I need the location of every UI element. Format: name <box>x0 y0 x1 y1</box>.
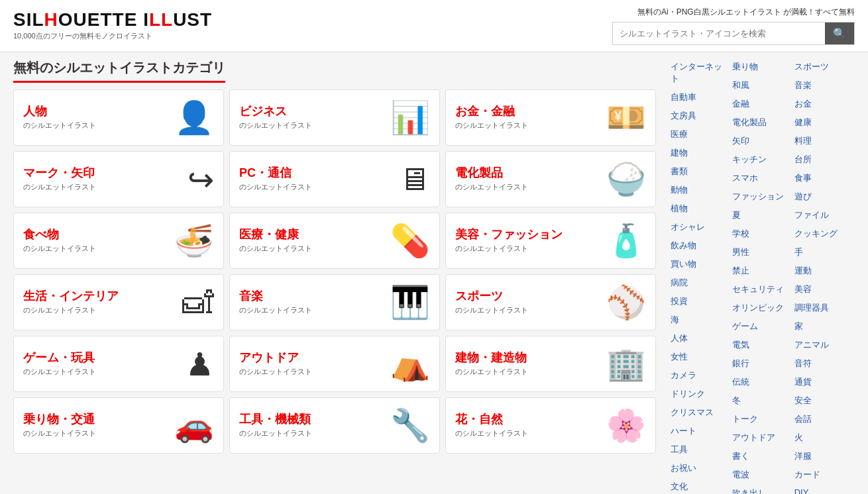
sidebar-link[interactable]: 電波 <box>731 467 792 483</box>
sidebar-link[interactable]: ドリンク <box>669 386 731 402</box>
sidebar-link[interactable]: 動物 <box>669 182 731 198</box>
sidebar-link[interactable]: 音楽 <box>793 77 855 93</box>
category-item[interactable]: ビジネス のシルエットイラスト 📊 <box>229 89 440 146</box>
sidebar-link[interactable]: カメラ <box>669 368 731 383</box>
sidebar-link[interactable]: DIY <box>793 485 855 494</box>
sidebar-link[interactable]: 洋服 <box>793 448 855 464</box>
sidebar-link[interactable]: アウトドア <box>731 430 792 446</box>
sidebar-link[interactable]: オリンピック <box>731 300 792 316</box>
sidebar-link[interactable]: 和風 <box>731 77 792 93</box>
sidebar-link[interactable]: 男性 <box>731 244 792 260</box>
sidebar-link[interactable]: 書く <box>731 448 792 464</box>
category-grid: 人物 のシルエットイラスト 👤 ビジネス のシルエットイラスト 📊 お金・金融 … <box>13 89 656 454</box>
sidebar-link[interactable]: 病院 <box>669 275 731 291</box>
sidebar-link[interactable]: 安全 <box>793 393 855 409</box>
logo-title[interactable]: SILHOUETTE ILLUST <box>13 11 212 29</box>
sidebar-link[interactable]: 家 <box>793 319 855 334</box>
sidebar-link[interactable]: アニマル <box>793 337 855 353</box>
category-item[interactable]: 食べ物 のシルエットイラスト 🍜 <box>13 213 224 269</box>
category-item[interactable]: スポーツ のシルエットイラスト ⚾ <box>445 274 656 330</box>
sidebar-link[interactable]: スマホ <box>731 170 792 186</box>
sidebar-link[interactable]: 冬 <box>731 393 792 409</box>
category-item[interactable]: マーク・矢印 のシルエットイラスト ↪ <box>13 151 224 207</box>
category-item[interactable]: 電化製品 のシルエットイラスト 🍚 <box>445 151 656 207</box>
cat-item-text: 食べ物 のシルエットイラスト <box>23 228 96 254</box>
search-bar: 🔍 <box>612 22 855 45</box>
search-input[interactable] <box>613 24 825 43</box>
sidebar-link[interactable]: ファッション <box>731 189 792 205</box>
category-item[interactable]: 建物・建造物 のシルエットイラスト 🏢 <box>445 336 656 392</box>
sidebar-link[interactable]: 電気 <box>731 337 792 353</box>
sidebar-link[interactable]: クッキング <box>793 226 855 242</box>
sidebar-link[interactable]: 乗り物 <box>731 59 792 75</box>
sidebar-link[interactable]: 美容 <box>793 281 855 297</box>
category-item[interactable]: 人物 のシルエットイラスト 👤 <box>13 89 224 146</box>
sidebar-link[interactable]: 学校 <box>731 226 792 242</box>
sidebar-link[interactable]: インターネット <box>669 59 731 87</box>
cat-item-text: ゲーム・玩具 のシルエットイラスト <box>23 351 96 377</box>
category-item[interactable]: 乗り物・交通 のシルエットイラスト 🚗 <box>13 397 224 454</box>
sidebar-link[interactable]: 文房具 <box>669 108 731 124</box>
sidebar-link[interactable]: お金 <box>793 96 855 112</box>
sidebar-link[interactable]: 火 <box>793 430 855 446</box>
sidebar-link[interactable]: 投資 <box>669 293 731 309</box>
sidebar-link[interactable]: キッチン <box>731 152 792 168</box>
category-item[interactable]: 工具・機械類 のシルエットイラスト 🔧 <box>229 397 440 454</box>
search-button[interactable]: 🔍 <box>825 23 854 44</box>
category-item[interactable]: 生活・インテリア のシルエットイラスト 🛋 <box>13 274 224 330</box>
sidebar-link[interactable]: ゲーム <box>731 319 792 334</box>
sidebar-link[interactable]: 工具 <box>669 442 731 458</box>
category-item[interactable]: 音楽 のシルエットイラスト 🎹 <box>229 274 440 330</box>
sidebar-link[interactable]: お祝い <box>669 460 731 476</box>
category-item[interactable]: 美容・ファッション のシルエットイラスト 🧴 <box>445 213 656 269</box>
sidebar-link[interactable]: ファイル <box>793 207 855 223</box>
sidebar-link[interactable]: トーク <box>731 411 792 427</box>
category-item[interactable]: ゲーム・玩具 のシルエットイラスト ♟ <box>13 336 224 392</box>
sidebar-link[interactable]: 人体 <box>669 330 731 346</box>
category-item[interactable]: 花・自然 のシルエットイラスト 🌸 <box>445 397 656 454</box>
sidebar-link[interactable]: 健康 <box>793 115 855 130</box>
cat-item-sub: のシルエットイラスト <box>239 121 312 130</box>
sidebar-link[interactable]: 会話 <box>793 411 855 427</box>
sidebar-link[interactable]: 書類 <box>669 164 731 179</box>
sidebar-link[interactable]: カード <box>793 467 855 483</box>
sidebar-link[interactable]: 調理器具 <box>793 300 855 316</box>
sidebar-link[interactable]: 建物 <box>669 145 731 161</box>
cat-item-sub: のシルエットイラスト <box>239 305 312 315</box>
sidebar-link[interactable]: 金融 <box>731 96 792 112</box>
sidebar-link[interactable]: 飲み物 <box>669 238 731 254</box>
category-item[interactable]: 医療・健康 のシルエットイラスト 💊 <box>229 213 440 269</box>
sidebar-link[interactable]: 電化製品 <box>731 115 792 130</box>
category-item[interactable]: お金・金融 のシルエットイラスト 💴 <box>445 89 656 146</box>
sidebar-link[interactable]: 音符 <box>793 356 855 371</box>
sidebar-link[interactable]: 自動車 <box>669 89 731 105</box>
sidebar-link[interactable]: クリスマス <box>669 405 731 420</box>
sidebar-link[interactable]: 料理 <box>793 133 855 149</box>
sidebar-link[interactable]: 医療 <box>669 126 731 142</box>
sidebar-link[interactable]: 矢印 <box>731 133 792 149</box>
sidebar-link[interactable]: 食事 <box>793 170 855 186</box>
category-item[interactable]: アウトドア のシルエットイラスト ⛺ <box>229 336 440 392</box>
category-item[interactable]: PC・通信 のシルエットイラスト 🖥 <box>229 151 440 207</box>
sidebar-link[interactable]: 伝統 <box>731 374 792 390</box>
sidebar-link[interactable]: 台所 <box>793 152 855 168</box>
sidebar-link[interactable]: 吹き出し <box>731 485 792 494</box>
sidebar-link[interactable]: 禁止 <box>731 263 792 279</box>
sidebar-link[interactable]: 運動 <box>793 263 855 279</box>
sidebar-link[interactable]: 買い物 <box>669 256 731 272</box>
sidebar-link[interactable]: 通貨 <box>793 374 855 390</box>
sidebar-link[interactable]: セキュリティ <box>731 281 792 297</box>
cat-item-text: 美容・ファッション のシルエットイラスト <box>455 228 563 254</box>
sidebar-link[interactable]: 夏 <box>731 207 792 223</box>
sidebar-link[interactable]: 銀行 <box>731 356 792 371</box>
sidebar-link[interactable]: 文化 <box>669 479 731 494</box>
sidebar-link[interactable]: 植物 <box>669 201 731 217</box>
sidebar-col2: 乗り物和風金融電化製品矢印キッチンスマホファッション夏学校男性禁止セキュリティオ… <box>731 59 792 494</box>
sidebar-link[interactable]: 海 <box>669 312 731 328</box>
sidebar-link[interactable]: スポーツ <box>793 59 855 75</box>
sidebar-link[interactable]: ハート <box>669 423 731 439</box>
sidebar-link[interactable]: 手 <box>793 244 855 260</box>
sidebar-link[interactable]: 女性 <box>669 349 731 365</box>
sidebar-link[interactable]: 遊び <box>793 189 855 205</box>
sidebar-link[interactable]: オシャレ <box>669 219 731 235</box>
